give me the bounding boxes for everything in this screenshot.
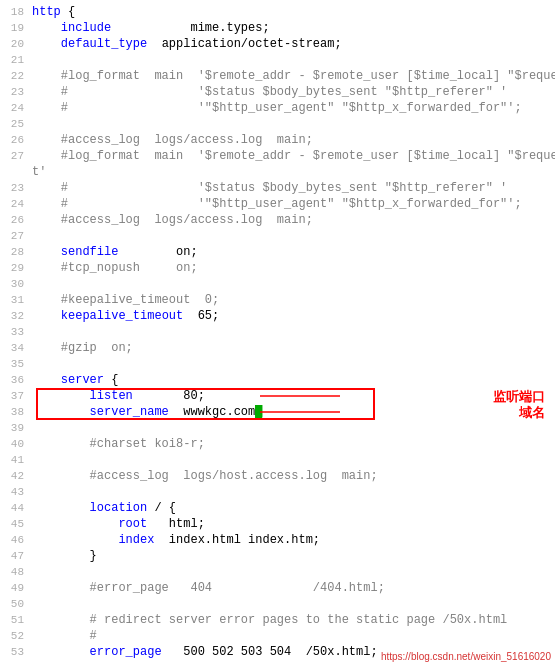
code-line-19: 19 include mime.types;	[0, 20, 555, 36]
code-line-23a: 23 # '$status $body_bytes_sent "$http_re…	[0, 84, 555, 100]
code-line-24b: 24 # '"$http_user_agent" "$http_x_forwar…	[0, 196, 555, 212]
watermark: https://blog.csdn.net/weixin_51616020	[381, 651, 551, 662]
code-line-26a: 26 #access_log logs/access.log main;	[0, 132, 555, 148]
code-line-51: 51 # redirect server error pages to the …	[0, 612, 555, 628]
code-line-38: 38 server_name wwwkgc.com█	[0, 404, 555, 420]
code-line-43: 43	[0, 484, 555, 500]
code-line-24a: 24 # '"$http_user_agent" "$http_x_forwar…	[0, 100, 555, 116]
code-line-27-empty: 27	[0, 228, 555, 244]
code-line-28: 28 sendfile on;	[0, 244, 555, 260]
code-line-36: 36 server {	[0, 372, 555, 388]
code-line-23b: 23 # '$status $body_bytes_sent "$http_re…	[0, 180, 555, 196]
code-editor: 18 http { 19 include mime.types; 20 defa…	[0, 0, 555, 664]
code-line-33: 33	[0, 324, 555, 340]
code-line-27: 27 #log_format main '$remote_addr - $rem…	[0, 148, 555, 164]
code-line-44: 44 location / {	[0, 500, 555, 516]
code-line-39: 39	[0, 420, 555, 436]
code-line-50: 50	[0, 596, 555, 612]
code-line-21: 21	[0, 52, 555, 68]
code-line-37: 37 listen 80;	[0, 388, 555, 404]
code-line-34: 34 #gzip on;	[0, 340, 555, 356]
code-line-18: 18 http {	[0, 4, 555, 20]
code-line-25: 25	[0, 116, 555, 132]
code-line-42: 42 #access_log logs/host.access.log main…	[0, 468, 555, 484]
code-line-27-cont: t'	[0, 164, 555, 180]
code-line-32: 32 keepalive_timeout 65;	[0, 308, 555, 324]
code-line-52: 52 #	[0, 628, 555, 644]
code-line-49: 49 #error_page 404 /404.html;	[0, 580, 555, 596]
code-line-46: 46 index index.html index.htm;	[0, 532, 555, 548]
highlighted-block: 37 listen 80; 38 server_name wwwkgc.com█…	[0, 388, 555, 420]
code-line-26b: 26 #access_log logs/access.log main;	[0, 212, 555, 228]
code-line-30: 30	[0, 276, 555, 292]
code-line-48: 48	[0, 564, 555, 580]
code-line-45: 45 root html;	[0, 516, 555, 532]
code-line-20: 20 default_type application/octet-stream…	[0, 36, 555, 52]
code-line-40: 40 #charset koi8-r;	[0, 436, 555, 452]
code-line-22: 22 #log_format main '$remote_addr - $rem…	[0, 68, 555, 84]
code-line-35: 35	[0, 356, 555, 372]
code-line-47: 47 }	[0, 548, 555, 564]
code-line-29: 29 #tcp_nopush on;	[0, 260, 555, 276]
code-line-41: 41	[0, 452, 555, 468]
code-line-31: 31 #keepalive_timeout 0;	[0, 292, 555, 308]
